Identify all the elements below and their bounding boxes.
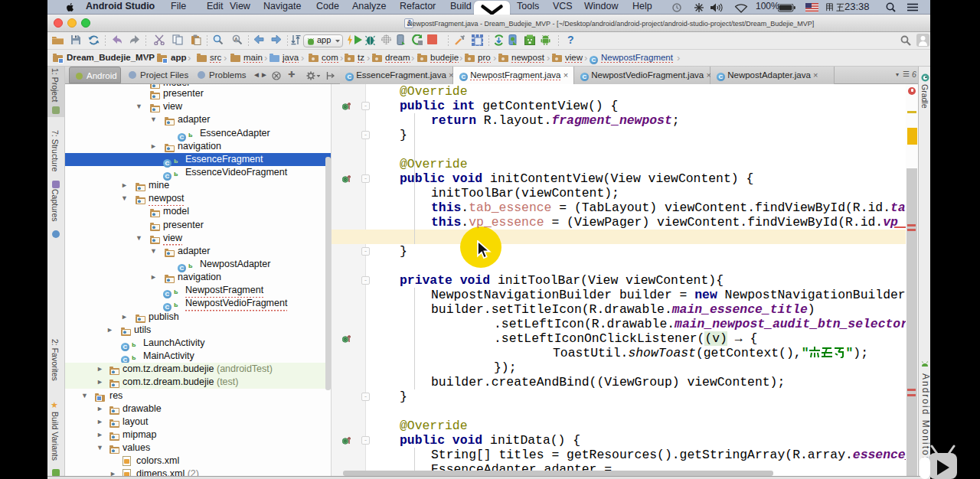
svg-text:A: A (234, 37, 238, 42)
